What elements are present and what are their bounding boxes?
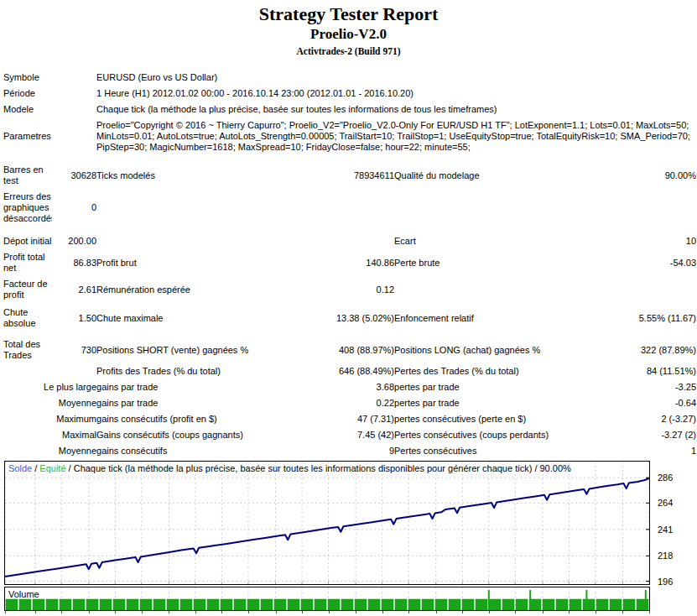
- volume-bar: [543, 599, 554, 610]
- row-value: [596, 276, 696, 303]
- row-label: Barres en test: [3, 162, 52, 189]
- row-value: 10: [596, 233, 696, 249]
- row-label: Positions LONG (achat) gagnées %: [394, 337, 596, 363]
- x-tick-mark: [382, 611, 383, 613]
- row-label: [394, 276, 596, 303]
- volume-bar: [516, 599, 528, 610]
- row-value: 200.00: [52, 233, 96, 249]
- table-row: Facteur de profit2.61Rémunération espéré…: [3, 276, 696, 303]
- volume-bar: [261, 599, 273, 610]
- volume-bar: [46, 599, 58, 610]
- legend-solde: Solde: [8, 463, 32, 473]
- equity-curve: [5, 478, 649, 577]
- volume-bar: [408, 599, 420, 610]
- legend-description: Chaque tick (la méthode la plus précise,…: [74, 463, 571, 473]
- row-label: Maximal: [3, 427, 96, 443]
- volume-bar: [288, 599, 299, 610]
- volume-bar: [127, 599, 138, 610]
- x-tick-mark: [61, 611, 62, 613]
- row-value: 408 (88.97%): [298, 337, 394, 363]
- x-tick-mark: [569, 611, 570, 613]
- equity-chart-svg: [4, 461, 650, 585]
- volume-bar: [60, 599, 71, 610]
- table-row: Dépot initial200.00Ecart10: [3, 233, 696, 249]
- volume-spike: [529, 590, 531, 610]
- row-value: 2 (-3.27): [596, 411, 696, 427]
- volume-bar: [556, 599, 568, 610]
- table-row: Moyennegains consécutifs9Pertes consécut…: [3, 443, 696, 459]
- x-tick-mark: [596, 611, 596, 613]
- volume-bar: [315, 599, 326, 610]
- table-row: Barres en test30628Ticks modelés78934611…: [3, 162, 696, 189]
- row-value: 322 (87.89%): [596, 337, 696, 363]
- row-label: Chute maximale: [96, 305, 298, 331]
- table-row: Chute absolue1.50Chute maximale13.38 (5.…: [3, 305, 696, 331]
- row-text: Proelio="Copyright © 2016 ~ Thierry Capu…: [96, 117, 696, 155]
- row-text: Chaque tick (la méthode la plus précise,…: [96, 102, 696, 117]
- x-tick-mark: [408, 611, 409, 613]
- x-tick-mark: [195, 611, 196, 613]
- row-text: 1 Heure (H1) 2012.01.02 00:00 - 2016.10.…: [96, 86, 696, 102]
- row-value: 1.50: [52, 305, 96, 331]
- legend-equite: Equité: [39, 463, 65, 473]
- x-tick-mark: [89, 611, 90, 613]
- report-table: SymboleEURUSD (Euro vs US Dollar)Période…: [3, 70, 696, 459]
- volume-label: Volume: [8, 589, 39, 599]
- row-label: Pertes consécutives: [394, 443, 596, 459]
- row-label: Le plus large: [3, 379, 96, 395]
- volume-bar: [570, 599, 581, 610]
- row-label: Qualité du modelage: [394, 162, 596, 189]
- row-text: EURUSD (Euro vs US Dollar): [96, 70, 696, 86]
- volume-bar: [73, 599, 85, 610]
- volume-bar: [422, 599, 434, 610]
- volume-bar: [234, 599, 246, 610]
- row-value: 646 (88.49%): [298, 363, 394, 379]
- row-value: 730: [52, 337, 96, 363]
- x-tick-mark: [221, 611, 222, 613]
- row-label: Pertes des Trades (% du total): [394, 363, 596, 379]
- volume-bar: [637, 599, 648, 610]
- row-label: gains consécutifs (profit en $): [96, 411, 298, 427]
- volume-spike: [585, 590, 587, 610]
- volume-bar: [153, 599, 165, 610]
- row-value: 47 (7.31): [298, 411, 394, 427]
- volume-bar: [368, 599, 380, 610]
- x-tick-mark: [329, 611, 330, 613]
- table-row: Erreurs des graphiques désaccordés0: [3, 189, 696, 227]
- row-label: Positions SHORT (vente) gagnées %: [96, 337, 298, 363]
- volume-bar: [194, 599, 205, 610]
- row-label: Symbole: [3, 70, 96, 86]
- volume-bar: [395, 599, 407, 610]
- row-value: 5.55% (11.67): [596, 305, 696, 331]
- volume-bar: [623, 599, 635, 610]
- volume-bar: [100, 599, 112, 610]
- volume-bar: [180, 599, 192, 610]
- volume-bar: [583, 599, 595, 610]
- x-tick-mark: [5, 611, 6, 613]
- volume-bar: [502, 599, 514, 610]
- spacer-cell: [3, 227, 696, 233]
- strategy-tester-report: Strategy Tester Report Proelio-V2.0 Acti…: [0, 0, 697, 616]
- row-label: Profit brut: [96, 249, 298, 276]
- volume-bar: [6, 599, 18, 610]
- row-label: Modele: [3, 102, 96, 117]
- volume-spike: [488, 590, 490, 610]
- x-tick-mark: [462, 611, 463, 613]
- row-label: Rémunération espérée: [96, 276, 298, 303]
- row-value: 3.68: [298, 379, 394, 395]
- row-label: Maximum: [3, 411, 96, 427]
- chart-legend: Solde / Equité / Chaque tick (la méthode…: [8, 463, 571, 473]
- volume-bar: [274, 599, 286, 610]
- row-value: 7.45 (42): [298, 427, 394, 443]
- row-label: [3, 363, 52, 379]
- row-label: Pertes consécutives (coups perdants): [394, 427, 596, 443]
- row-value: 9: [298, 443, 394, 459]
- x-tick-mark: [356, 611, 356, 613]
- x-tick-mark: [543, 611, 544, 613]
- row-value: -3.27 (2): [596, 427, 696, 443]
- row-label: Parametres: [3, 117, 96, 155]
- x-tick-mark: [302, 611, 303, 613]
- volume-bar: [167, 599, 179, 610]
- volume-bar: [449, 599, 460, 610]
- row-label: Profit total net: [3, 249, 52, 276]
